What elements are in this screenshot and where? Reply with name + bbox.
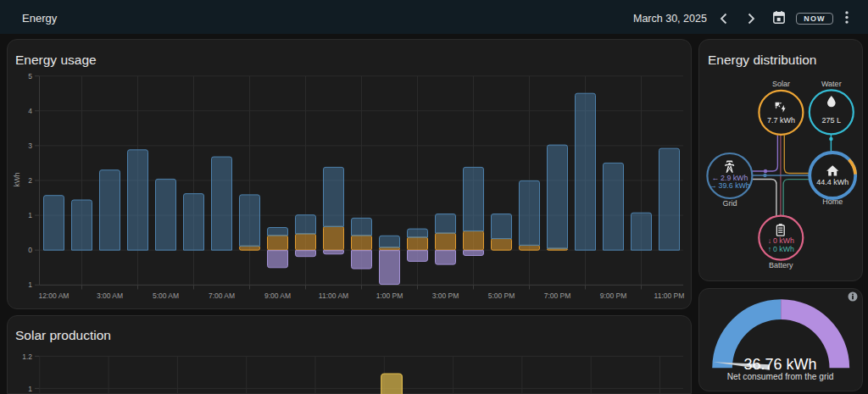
svg-text:2: 2: [28, 176, 32, 185]
svg-text:1: 1: [28, 280, 32, 289]
svg-text:1: 1: [28, 211, 32, 219]
svg-text:Water: Water: [821, 80, 842, 88]
svg-text:Battery: Battery: [769, 261, 793, 269]
svg-text:11:00 PM: 11:00 PM: [654, 291, 685, 300]
svg-text:1:00 PM: 1:00 PM: [376, 291, 403, 300]
svg-text:44.4 kWh: 44.4 kWh: [816, 178, 849, 186]
svg-text:12:00 AM: 12:00 AM: [39, 291, 70, 300]
svg-text:7.7 kWh: 7.7 kWh: [767, 116, 795, 125]
svg-text:11:00 AM: 11:00 AM: [319, 291, 348, 300]
svg-text:Grid: Grid: [722, 199, 737, 208]
svg-text:1: 1: [28, 385, 32, 393]
svg-text:275 L: 275 L: [822, 116, 842, 125]
svg-text:Solar production: Solar production: [15, 328, 111, 342]
svg-text:↑ 0 kWh: ↑ 0 kWh: [768, 245, 794, 253]
svg-text:Energy distribution: Energy distribution: [708, 53, 816, 67]
svg-text:→ 39.6 kWh: → 39.6 kWh: [709, 181, 750, 190]
svg-text:3: 3: [28, 142, 32, 150]
svg-text:kWh: kWh: [13, 172, 21, 186]
svg-text:36.76 kWh: 36.76 kWh: [743, 356, 816, 373]
svg-text:↓ 0 kWh: ↓ 0 kWh: [768, 236, 794, 245]
svg-text:9:00 AM: 9:00 AM: [264, 291, 291, 300]
svg-text:7:00 AM: 7:00 AM: [209, 291, 235, 300]
svg-text:9:00 PM: 9:00 PM: [600, 291, 627, 300]
svg-text:Solar: Solar: [772, 80, 790, 88]
svg-text:5:00 PM: 5:00 PM: [488, 291, 515, 300]
svg-text:5:00 AM: 5:00 AM: [153, 291, 179, 300]
svg-text:1.2: 1.2: [22, 352, 32, 361]
svg-text:3:00 AM: 3:00 AM: [97, 291, 123, 300]
svg-text:Net consumed from the grid: Net consumed from the grid: [727, 372, 834, 381]
svg-text:3:00 PM: 3:00 PM: [432, 291, 459, 300]
svg-text:4: 4: [28, 107, 32, 115]
svg-text:0: 0: [28, 246, 32, 254]
svg-text:Energy usage: Energy usage: [15, 53, 97, 67]
svg-text:7:00 PM: 7:00 PM: [544, 291, 571, 300]
svg-text:5: 5: [28, 72, 32, 80]
